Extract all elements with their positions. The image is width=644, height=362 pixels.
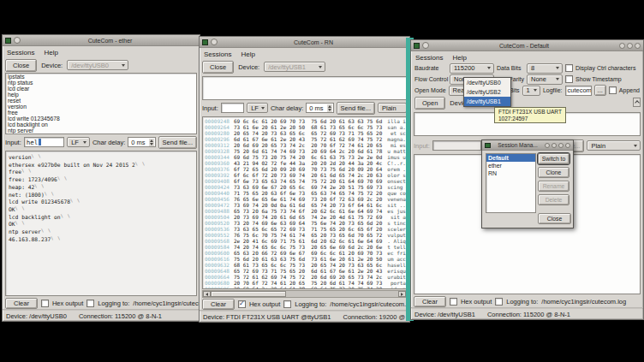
baudrate-combo[interactable]: 115200 [450, 63, 494, 74]
clear-button[interactable]: Clear [202, 299, 235, 310]
scroll-right-button[interactable] [398, 291, 406, 297]
command-history-list[interactable] [202, 76, 407, 100]
send-file-button[interactable]: Send file... [158, 136, 197, 149]
session-list-item[interactable]: Default [486, 154, 535, 162]
menu-help[interactable]: Help [452, 54, 466, 62]
display-ctrl-label[interactable]: Display Ctrl characters [575, 65, 635, 71]
window-menu-icon[interactable] [14, 37, 21, 44]
clear-button[interactable]: Clear [5, 298, 38, 309]
history-item[interactable]: ntp status [6, 80, 196, 86]
minimize-icon[interactable] [552, 143, 557, 148]
history-scroll-up-icon[interactable] [633, 98, 641, 107]
history-item[interactable]: version [6, 104, 196, 110]
session-list-item[interactable]: ether [486, 162, 535, 169]
stop-bits-combo[interactable]: 1 [522, 86, 540, 96]
line-end-combo[interactable]: LF [247, 103, 268, 113]
hex-output-label[interactable]: Hex output [52, 300, 83, 307]
spinner-arrows[interactable] [149, 139, 154, 146]
close-window-icon[interactable] [565, 143, 570, 148]
device-combo[interactable]: /dev/ttyUSB0 [67, 60, 128, 70]
command-input[interactable]: hel [24, 137, 64, 147]
titlebar[interactable]: CuteCom - ether [3, 35, 200, 46]
window-menu-icon[interactable] [211, 39, 218, 45]
char-delay-spinner[interactable]: 0 ms [128, 137, 155, 147]
scrollbar-thumb[interactable] [211, 291, 286, 297]
menu-sessions[interactable]: Sessions [204, 50, 231, 58]
line-end-combo[interactable]: LF [67, 137, 90, 147]
data-bits-combo[interactable]: 8 [527, 63, 563, 74]
logging-checkbox[interactable] [86, 300, 94, 307]
scroll-left-button[interactable] [203, 291, 211, 297]
show-timestamp-label[interactable]: Show Timestamp [575, 76, 622, 82]
history-item[interactable]: free [6, 110, 196, 116]
display-mode-combo[interactable]: Plain [587, 140, 641, 151]
menu-help[interactable]: Help [241, 50, 254, 58]
horizontal-scrollbar[interactable] [202, 290, 407, 298]
titlebar[interactable]: CuteCom - RN [200, 37, 409, 48]
history-item[interactable]: ntp server [6, 128, 196, 134]
history-item[interactable]: lcd backlight on [6, 122, 196, 128]
maximize-icon[interactable] [627, 43, 633, 49]
logfile-browse-button[interactable]: ... [594, 85, 606, 96]
maximize-icon[interactable] [558, 143, 564, 148]
hex-output-checkbox[interactable] [450, 298, 457, 306]
menu-sessions[interactable]: Sessions [7, 49, 34, 56]
close-window-icon[interactable] [635, 43, 641, 49]
session-list-item[interactable]: RN [486, 169, 535, 177]
device-popup-item[interactable]: /dev/ttyUSB2 [464, 87, 510, 97]
hex-output-checkbox[interactable] [238, 300, 246, 308]
session-list[interactable]: DefaultetherRN [486, 153, 536, 213]
clear-button[interactable]: Clear [414, 296, 446, 307]
logging-label[interactable]: Logging to: [295, 300, 326, 308]
output-pane[interactable]: version\ \ethersex e927b0e built on Nov … [5, 151, 197, 296]
scrollbar-track[interactable] [286, 291, 398, 297]
hex-output-label[interactable]: Hex output [461, 298, 492, 306]
spin-up-icon[interactable] [328, 105, 331, 108]
history-item[interactable]: ipstats [6, 74, 196, 80]
parity-combo[interactable]: None [527, 74, 563, 85]
hex-output-label[interactable]: Hex output [249, 300, 280, 308]
append-checkbox[interactable] [609, 86, 617, 94]
logging-label[interactable]: Logging to: [98, 300, 129, 307]
logging-label[interactable]: Logging to: [506, 298, 538, 306]
spin-down-icon[interactable] [328, 109, 331, 111]
session-action-button[interactable]: Delete [538, 194, 569, 205]
append-label[interactable]: Append [619, 87, 640, 93]
command-input[interactable] [221, 103, 244, 113]
session-action-button[interactable]: Switch to [538, 153, 569, 164]
device-combo[interactable]: /dev/ttyUSB1 [264, 62, 325, 72]
send-file-button[interactable]: Send file... [337, 102, 375, 115]
display-ctrl-checkbox[interactable] [565, 64, 573, 72]
history-item[interactable]: help [6, 92, 196, 98]
device-popup-item[interactable]: /dev/ttyUSB1 [464, 97, 510, 106]
session-close-button[interactable]: Close [538, 213, 571, 224]
spinner-arrows[interactable] [327, 104, 332, 112]
spin-up-icon[interactable] [150, 139, 153, 142]
menu-sessions[interactable]: Sessions [415, 54, 443, 62]
command-input[interactable] [432, 140, 481, 151]
show-timestamp-checkbox[interactable] [565, 75, 573, 83]
help-icon[interactable] [545, 143, 550, 148]
window-menu-icon[interactable] [422, 42, 429, 49]
titlebar[interactable]: CuteCom - Default [411, 40, 643, 51]
hex-output-pane[interactable]: 00009248 69 6c 6c 61 20 69 70 73 75 6d 2… [202, 116, 407, 289]
close-connection-button[interactable]: Close [202, 61, 234, 74]
hex-output-checkbox[interactable] [41, 300, 49, 307]
history-item[interactable]: lcd write 012345678 [6, 116, 196, 122]
logging-checkbox[interactable] [283, 300, 291, 308]
menu-help[interactable]: Help [44, 49, 57, 56]
open-button[interactable]: Open [414, 97, 445, 110]
history-item[interactable]: lcd clear [6, 86, 196, 92]
display-mode-combo[interactable]: Plain [378, 103, 407, 113]
command-history-list[interactable]: ipstatsntp statuslcd clearhelpresetversi… [5, 73, 197, 134]
device-popup-item[interactable]: /dev/ttyUSB0 [464, 78, 510, 87]
char-delay-spinner[interactable]: 0 ms [306, 103, 333, 113]
logging-checkbox[interactable] [495, 298, 503, 306]
logfile-field[interactable]: cutecom.log [565, 86, 592, 96]
dialog-titlebar[interactable]: Session Mana... [482, 140, 573, 151]
spin-down-icon[interactable] [150, 143, 153, 145]
session-action-button[interactable]: Rename [538, 181, 569, 192]
minimize-icon[interactable] [619, 43, 625, 49]
close-connection-button[interactable]: Close [5, 59, 37, 72]
session-action-button[interactable]: Clone [538, 167, 569, 178]
